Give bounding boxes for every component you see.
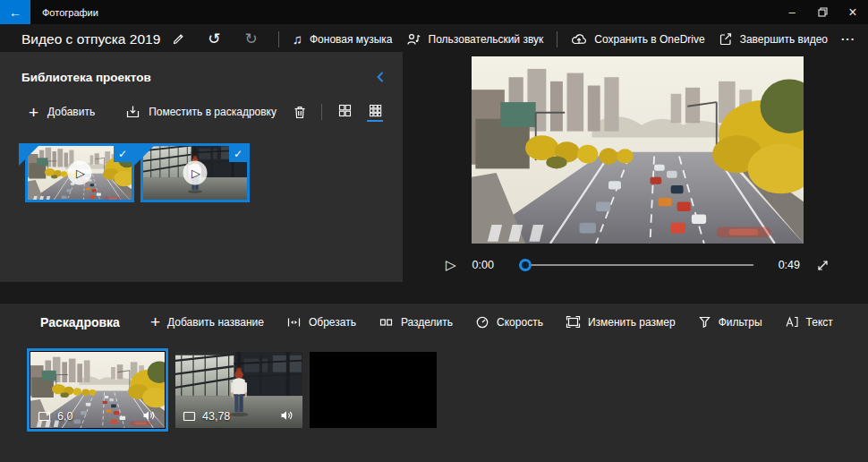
storyboard-clips: 6,0 43,78 — [27, 348, 437, 432]
custom-audio-label: Пользовательский звук — [429, 33, 544, 46]
titlebar: ← Фотографии – × — [0, 0, 868, 24]
add-media-button[interactable]: + Добавить — [29, 104, 95, 121]
close-icon: × — [848, 4, 856, 21]
toolbar-divider — [321, 104, 322, 120]
filters-label: Фильтры — [719, 316, 762, 329]
split-button[interactable]: Разделить — [379, 316, 453, 329]
speed-label: Скорость — [497, 316, 543, 329]
minimize-button[interactable]: – — [777, 0, 807, 24]
project-library-panel: Библиотека проектов + Добавить Поместить… — [0, 52, 403, 282]
window-controls: – × — [777, 0, 868, 24]
clip-duration: 6,0 — [57, 410, 72, 423]
speed-button[interactable]: Скорость — [475, 315, 543, 329]
export-icon — [719, 32, 733, 47]
trim-icon — [286, 316, 302, 329]
play-preview-button[interactable]: ▷ — [68, 161, 92, 185]
finish-video-button[interactable]: Завершить видео — [719, 32, 828, 47]
back-button[interactable]: ← — [0, 0, 30, 24]
clip-audio-button[interactable] — [280, 409, 294, 422]
library-delete-button[interactable] — [293, 105, 307, 120]
grid-view-large-button[interactable] — [367, 102, 383, 122]
resize-button[interactable]: Изменить размер — [566, 315, 676, 329]
redo-icon: ↻ — [245, 31, 258, 47]
toolbar-divider — [557, 31, 557, 47]
custom-audio-button[interactable]: Пользовательский звук — [406, 32, 544, 47]
storyboard-clip-black[interactable] — [310, 352, 437, 428]
split-icon — [379, 316, 394, 329]
video-preview[interactable] — [472, 56, 804, 244]
speaker-icon — [142, 409, 157, 422]
item-checkbox[interactable]: ✓ — [229, 146, 247, 162]
resize-label: Изменить размер — [588, 316, 676, 329]
seek-slider[interactable] — [519, 259, 753, 271]
save-onedrive-button[interactable]: Сохранить в OneDrive — [571, 32, 704, 46]
storyboard-toolbar: Раскадровка + Добавить название Обрезать… — [0, 304, 868, 330]
header-more-button[interactable]: ··· — [841, 32, 855, 46]
grid-3x3-icon — [368, 102, 383, 117]
expand-icon — [816, 259, 830, 272]
redo-button[interactable]: ↻ — [245, 31, 258, 47]
trim-button[interactable]: Обрезать — [286, 316, 356, 329]
clip-duration-badge: 43,78 — [183, 410, 230, 423]
restore-button[interactable] — [807, 0, 838, 24]
minimize-icon: – — [788, 5, 795, 19]
total-time: 0:49 — [771, 259, 800, 271]
storyboard-section: Раскадровка + Добавить название Обрезать… — [0, 303, 868, 462]
speed-icon — [475, 315, 489, 329]
filter-icon — [698, 315, 711, 329]
resize-icon — [566, 315, 581, 329]
library-item-city-street[interactable]: ✓ ▷ — [25, 143, 134, 202]
header-toolbar: ↺ ↻ ♫ Фоновая музыка Пользовательский зв… — [208, 31, 868, 47]
toolbar-divider — [278, 31, 279, 47]
background-music-button[interactable]: ♫ Фоновая музыка — [293, 32, 393, 46]
frame-icon — [183, 411, 196, 422]
seek-track — [519, 264, 753, 266]
library-toolbar: + Добавить Поместить в раскадровку — [0, 102, 403, 122]
speaker-icon — [280, 409, 294, 422]
current-time: 0:00 — [472, 259, 501, 271]
filters-button[interactable]: Фильтры — [698, 315, 762, 329]
play-button[interactable]: ▷ — [446, 257, 456, 273]
text-button[interactable]: Текст — [785, 315, 833, 329]
item-checkbox[interactable]: ✓ — [114, 146, 132, 162]
rename-project-button[interactable] — [171, 32, 185, 47]
preview-area: ▷ 0:00 0:49 — [403, 52, 868, 282]
place-in-storyboard-button[interactable]: Поместить в раскадровку — [125, 105, 277, 119]
library-items: ✓ ▷ ✓ ▷ — [25, 143, 250, 202]
seek-thumb[interactable] — [519, 259, 532, 271]
app-title: Фотографии — [42, 7, 98, 18]
storyboard-clip-city-selected[interactable]: 6,0 — [27, 348, 168, 432]
collapse-panel-button[interactable] — [374, 70, 387, 84]
fullscreen-button[interactable] — [816, 259, 830, 272]
grid-view-small-button[interactable] — [336, 102, 353, 122]
play-icon: ▷ — [191, 167, 200, 180]
clip-duration-badge: 6,0 — [38, 410, 72, 423]
chevron-left-icon — [374, 70, 387, 84]
city-street-video — [472, 56, 804, 244]
storyboard-clip-warehouse[interactable]: 43,78 — [175, 352, 302, 428]
library-title: Библиотека проектов — [21, 71, 151, 84]
library-item-warehouse[interactable]: ✓ ▷ — [140, 143, 250, 202]
plus-icon: + — [150, 313, 160, 330]
save-onedrive-label: Сохранить в OneDrive — [594, 33, 704, 46]
storyboard-title: Раскадровка — [40, 315, 120, 329]
add-title-card-button[interactable]: + Добавить название — [150, 313, 264, 330]
playback-controls: ▷ 0:00 0:49 — [403, 249, 868, 281]
music-note-icon: ♫ — [293, 32, 302, 46]
text-icon — [785, 315, 799, 329]
project-title: Видео с отпуска 2019 — [21, 31, 160, 47]
frame-icon — [38, 411, 51, 422]
trash-icon — [293, 105, 307, 120]
undo-icon: ↺ — [208, 31, 220, 47]
view-active-indicator — [367, 120, 383, 122]
undo-button[interactable]: ↺ — [208, 31, 220, 47]
clip-audio-button[interactable] — [142, 409, 157, 422]
text-label: Текст — [806, 316, 833, 329]
close-button[interactable]: × — [838, 0, 868, 24]
grid-2x2-icon — [337, 102, 353, 117]
play-preview-button[interactable]: ▷ — [183, 161, 208, 185]
add-media-label: Добавить — [47, 106, 95, 118]
place-in-storyboard-label: Поместить в раскадровку — [149, 106, 277, 118]
clip-duration: 43,78 — [202, 410, 230, 423]
check-icon: ✓ — [234, 148, 243, 160]
